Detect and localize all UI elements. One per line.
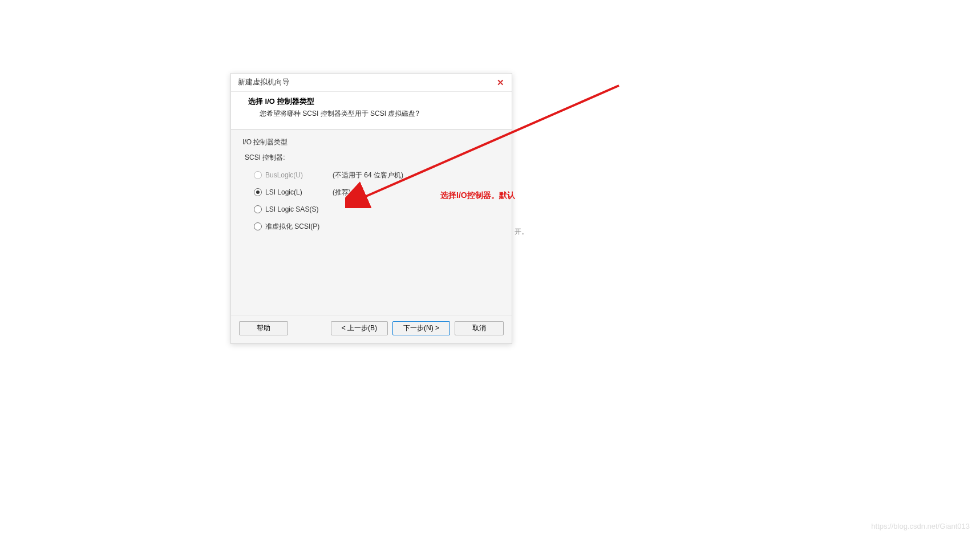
radio-option-buslogic: BusLogic(U) (不适用于 64 位客户机) [254,169,500,181]
help-button[interactable]: 帮助 [239,321,288,335]
header-subtitle: 您希望将哪种 SCSI 控制器类型用于 SCSI 虚拟磁盘? [260,109,503,119]
header-title: 选择 I/O 控制器类型 [248,96,503,107]
dialog-footer: 帮助 < 上一步(B) 下一步(N) > 取消 [231,315,512,343]
annotation-label: 选择I/O控制器。默认 [440,191,515,201]
radio-icon [254,171,262,179]
dialog-header: 选择 I/O 控制器类型 您希望将哪种 SCSI 控制器类型用于 SCSI 虚拟… [231,92,512,129]
close-icon[interactable]: ✕ [495,77,506,88]
watermark: https://blog.csdn.net/Giant013 [871,522,970,530]
sub-label: SCSI 控制器: [245,153,500,163]
radio-icon [254,188,262,196]
dialog-title: 新建虚拟机向导 [238,78,290,87]
radio-note: (推荐) [333,188,351,197]
title-bar: 新建虚拟机向导 ✕ [231,74,512,92]
radio-label: LSI Logic(L) [265,188,328,196]
radio-icon [254,205,262,213]
radio-icon [254,222,262,230]
next-button[interactable]: 下一步(N) > [392,321,450,335]
wizard-dialog: 新建虚拟机向导 ✕ 选择 I/O 控制器类型 您希望将哪种 SCSI 控制器类型… [230,73,512,344]
radio-option-pvscsi[interactable]: 准虚拟化 SCSI(P) [254,221,500,232]
radio-option-lsisas[interactable]: LSI Logic SAS(S) [254,204,500,215]
radio-label: 准虚拟化 SCSI(P) [265,222,328,232]
section-label: I/O 控制器类型 [242,137,500,147]
dialog-content: I/O 控制器类型 SCSI 控制器: BusLogic(U) (不适用于 64… [231,129,512,315]
radio-label: BusLogic(U) [265,171,328,179]
background-text-fragment: 开。 [515,227,528,237]
radio-label: LSI Logic SAS(S) [265,205,328,213]
radio-note: (不适用于 64 位客户机) [333,171,403,180]
cancel-button[interactable]: 取消 [455,321,504,335]
back-button[interactable]: < 上一步(B) [331,321,388,335]
